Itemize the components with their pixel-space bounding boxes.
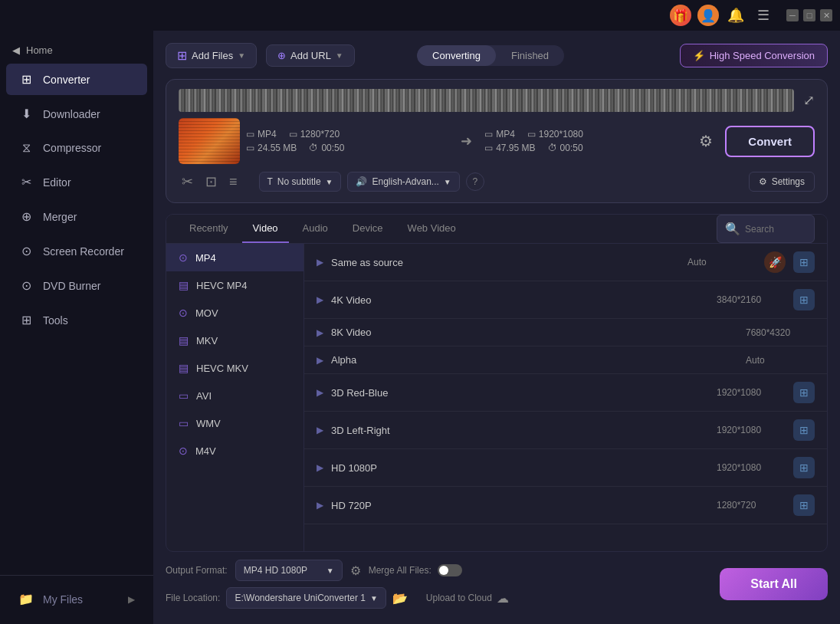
tools-icon: ⊞ <box>18 313 34 327</box>
m4v-icon: ⊙ <box>179 445 188 457</box>
format-search[interactable]: 🔍 <box>717 215 815 243</box>
quality-3d-left-right[interactable]: ▶ 3D Left-Right 1920*1080 ⊞ <box>304 412 827 449</box>
minimize-button[interactable]: ─ <box>786 9 799 21</box>
gift-icon[interactable]: 🎁 <box>670 5 691 26</box>
target-duration: ⏱ 00:50 <box>548 143 583 153</box>
tab-video[interactable]: Video <box>242 215 289 243</box>
format-item-wmv[interactable]: ▭ WMV <box>166 409 304 437</box>
quality-alpha[interactable]: ▶ Alpha Auto <box>304 346 827 374</box>
sidebar-item-merger[interactable]: ⊕ Merger <box>6 201 147 232</box>
compressor-icon: ⧖ <box>18 141 34 155</box>
file-settings-button[interactable]: ⚙ <box>699 132 713 150</box>
cloud-icon[interactable]: ☁ <box>497 591 509 606</box>
sidebar-item-tools[interactable]: ⊞ Tools <box>6 304 147 336</box>
url-icon: ⊕ <box>277 50 286 61</box>
format-item-mov[interactable]: ⊙ MOV <box>166 299 304 327</box>
sidebar-item-editor[interactable]: ✂ Editor <box>6 166 147 198</box>
format-item-avi[interactable]: ▭ AVI <box>166 382 304 409</box>
sidebar-item-my-files[interactable]: 📁 My Files ▶ <box>6 583 147 615</box>
search-input[interactable] <box>745 224 806 235</box>
audio-select[interactable]: 🔊 English-Advan... ▼ <box>347 172 459 192</box>
cut-button[interactable]: ✂ <box>179 170 196 193</box>
settings-small-icon[interactable]: ⚙ <box>350 563 361 578</box>
merge-toggle[interactable] <box>438 564 462 576</box>
converting-finished-tabs: Converting Finished <box>417 45 564 66</box>
file-meta-source: ▭ MP4 ▭ 1280*720 <box>246 129 448 140</box>
play-icon: ▶ <box>317 355 323 366</box>
format-icon: ▭ <box>246 129 254 140</box>
screen-recorder-icon: ⊙ <box>18 244 34 258</box>
output-format-select[interactable]: MP4 HD 1080P ▼ <box>235 560 343 581</box>
tab-device[interactable]: Device <box>342 215 394 243</box>
upload-label: Upload to Cloud <box>426 593 492 603</box>
add-files-button[interactable]: ⊞ Add Files ▼ <box>166 43 257 68</box>
subtitle-select[interactable]: T No subtitle ▼ <box>259 172 342 192</box>
format-content: ⊙ MP4 ▤ HEVC MP4 ⊙ MOV <box>166 244 827 551</box>
format-item-mp4[interactable]: ⊙ MP4 <box>166 244 304 271</box>
open-folder-button[interactable]: 📂 <box>392 591 408 606</box>
home-label: Home <box>26 44 53 56</box>
quality-8k[interactable]: ▶ 8K Video 7680*4320 <box>304 319 827 346</box>
bell-icon[interactable]: 🔔 <box>725 5 746 26</box>
sidebar-item-dvd-burner[interactable]: ⊙ DVD Burner <box>6 270 147 301</box>
format-panel: Recently Video Audio Device Web Video 🔍 <box>166 214 828 552</box>
play-icon: ▶ <box>317 387 323 398</box>
sidebar-item-compressor[interactable]: ⧖ Compressor <box>6 133 147 163</box>
sidebar-home[interactable]: ◀ Home <box>0 38 153 62</box>
format-item-mkv[interactable]: ▤ MKV <box>166 327 304 354</box>
quality-hd-1080p[interactable]: ▶ HD 1080P 1920*1080 ⊞ <box>304 449 827 487</box>
sidebar-item-label: DVD Burner <box>43 280 100 292</box>
start-all-button[interactable]: Start All <box>720 568 828 600</box>
quality-same-as-source[interactable]: ▶ Same as source Auto 🚀 ⊞ <box>304 244 827 281</box>
quality-3d-red-blue[interactable]: ▶ 3D Red-Blue 1920*1080 ⊞ <box>304 374 827 412</box>
high-speed-button[interactable]: ⚡ High Speed Conversion <box>680 44 828 67</box>
file-meta-target-2: ▭ 47.95 MB ⏱ 00:50 <box>484 143 687 153</box>
file-waveform <box>179 89 794 112</box>
main-layout: ◀ Home ⊞ Converter ⬇ Downloader ⧖ Compre… <box>0 31 840 624</box>
tab-converting[interactable]: Converting <box>417 45 496 66</box>
sidebar-item-downloader[interactable]: ⬇ Downloader <box>6 98 147 130</box>
sidebar-item-label: Tools <box>43 314 68 327</box>
quality-action-button[interactable]: ⊞ <box>793 251 815 273</box>
help-button[interactable]: ? <box>466 172 484 191</box>
quality-hd-720p[interactable]: ▶ HD 720P 1280*720 ⊞ <box>304 487 827 524</box>
format-item-m4v[interactable]: ⊙ M4V <box>166 437 304 465</box>
quality-action-button[interactable]: ⊞ <box>793 494 815 516</box>
content-area: ⊞ Add Files ▼ ⊕ Add URL ▼ Converting Fin… <box>153 31 840 624</box>
tab-finished[interactable]: Finished <box>496 45 564 66</box>
file-top-bar: ⤢ <box>179 89 815 112</box>
menu-icon[interactable]: ☰ <box>753 5 774 26</box>
maximize-button[interactable]: □ <box>803 9 815 21</box>
convert-button[interactable]: Convert <box>725 126 815 157</box>
sidebar-item-label: Merger <box>43 211 77 223</box>
tab-audio[interactable]: Audio <box>292 215 339 243</box>
add-url-button[interactable]: ⊕ Add URL ▼ <box>266 44 355 67</box>
effects-button[interactable]: ≡ <box>226 171 241 193</box>
tab-web-video[interactable]: Web Video <box>397 215 467 243</box>
quality-action-button[interactable]: ⊞ <box>793 382 815 403</box>
close-button[interactable]: ✕ <box>820 9 832 21</box>
file-location-select[interactable]: E:\Wondershare UniConverter 1 ▼ <box>226 587 386 609</box>
source-duration: ⏱ 00:50 <box>309 143 344 153</box>
format-item-hevc-mp4[interactable]: ▤ HEVC MP4 <box>166 271 304 299</box>
user-icon[interactable]: 👤 <box>697 5 719 26</box>
file-location-label: File Location: <box>166 593 220 603</box>
quality-action-button[interactable]: ⊞ <box>793 419 815 441</box>
sidebar-item-converter[interactable]: ⊞ Converter <box>6 64 147 95</box>
quality-action-button[interactable]: ⊞ <box>793 289 815 310</box>
upload-cloud-row: Upload to Cloud ☁ <box>426 591 509 606</box>
my-files-label: My Files <box>43 593 83 606</box>
format-item-hevc-mkv[interactable]: ▤ HEVC MKV <box>166 354 304 382</box>
rocket-button[interactable]: 🚀 <box>764 251 786 273</box>
settings-button[interactable]: ⚙ Settings <box>749 172 815 192</box>
chevron-down-icon: ▼ <box>326 178 333 186</box>
tab-recently[interactable]: Recently <box>179 215 239 243</box>
sidebar-item-screen-recorder[interactable]: ⊙ Screen Recorder <box>6 235 147 267</box>
quality-action-button[interactable]: ⊞ <box>793 457 815 478</box>
mp4-icon: ⊙ <box>179 251 188 264</box>
search-icon: 🔍 <box>725 222 740 236</box>
expand-button[interactable]: ⤢ <box>803 92 815 109</box>
crop-button[interactable]: ⊡ <box>202 170 220 193</box>
quality-4k[interactable]: ▶ 4K Video 3840*2160 ⊞ <box>304 281 827 319</box>
hevc-mp4-icon: ▤ <box>179 279 189 291</box>
